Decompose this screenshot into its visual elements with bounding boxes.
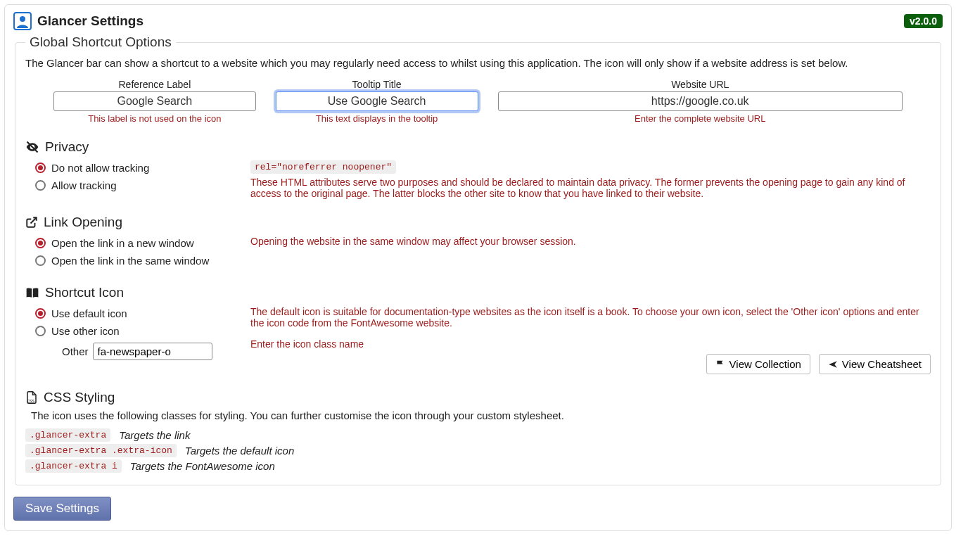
- radio-icon: [35, 255, 46, 266]
- reference-label: Reference Label: [53, 79, 256, 90]
- css-file-icon: CSS: [25, 390, 38, 405]
- radio-new-window[interactable]: Open the link in a new window: [35, 234, 236, 252]
- radio-same-window[interactable]: Open the link in the same window: [35, 252, 236, 269]
- privacy-heading: Privacy: [25, 139, 931, 155]
- tooltip-label: Tooltip Title: [276, 79, 478, 90]
- view-collection-button[interactable]: View Collection: [706, 354, 810, 374]
- privacy-note: These HTML attributes serve two purposes…: [250, 177, 931, 199]
- css-row: .glancer-extra .extra-icon Targets the d…: [25, 444, 931, 457]
- global-shortcut-fieldset: Global Shortcut Options The Glancer bar …: [15, 34, 941, 485]
- svg-line-3: [31, 217, 37, 223]
- radio-no-tracking[interactable]: Do not allow tracking: [35, 159, 236, 177]
- shortcut-icon-note: The default icon is suitable for documen…: [250, 306, 931, 329]
- book-icon: [25, 286, 39, 299]
- page-title: Glancer Settings: [37, 13, 144, 29]
- radio-icon: [35, 238, 46, 248]
- css-row: .glancer-extra Targets the link: [25, 428, 931, 442]
- radio-other-icon[interactable]: Use other icon: [35, 322, 236, 340]
- link-opening-heading: Link Opening: [25, 215, 931, 230]
- css-description: The icon uses the following classes for …: [31, 409, 931, 421]
- radio-allow-tracking[interactable]: Allow tracking: [35, 177, 236, 194]
- reference-input[interactable]: [53, 91, 256, 111]
- link-opening-note: Opening the website in the same window m…: [250, 234, 931, 247]
- radio-icon: [35, 326, 46, 336]
- url-hint: Enter the complete website URL: [498, 113, 903, 124]
- svg-point-1: [20, 16, 25, 22]
- url-label: Website URL: [498, 79, 903, 90]
- radio-icon: [35, 163, 46, 173]
- save-settings-button[interactable]: Save Settings: [13, 497, 111, 521]
- eye-slash-icon: [25, 140, 39, 154]
- flag-icon: [715, 359, 725, 369]
- tooltip-input[interactable]: [276, 91, 478, 111]
- radio-default-icon[interactable]: Use default icon: [35, 305, 236, 322]
- panel-header: Glancer Settings v2.0.0: [13, 12, 943, 30]
- external-link-icon: [25, 216, 38, 229]
- url-input[interactable]: [498, 91, 903, 111]
- css-styling-heading: CSS CSS Styling: [25, 390, 931, 405]
- view-cheatsheet-button[interactable]: View Cheatsheet: [819, 354, 931, 374]
- other-label: Other: [62, 345, 89, 357]
- radio-icon: [35, 308, 46, 319]
- reference-hint: This label is not used on the icon: [53, 113, 256, 124]
- svg-text:CSS: CSS: [27, 399, 34, 403]
- radio-icon: [35, 180, 46, 191]
- tooltip-hint: This text displays in the tooltip: [276, 113, 478, 124]
- other-icon-input[interactable]: [93, 343, 212, 360]
- version-badge: v2.0.0: [904, 14, 943, 28]
- shortcut-icon-heading: Shortcut Icon: [25, 285, 931, 300]
- intro-text: The Glancer bar can show a shortcut to a…: [25, 57, 931, 69]
- fieldset-legend: Global Shortcut Options: [25, 34, 176, 50]
- css-row: .glancer-extra i Targets the FontAwesome…: [25, 459, 931, 473]
- glancer-logo-icon: [13, 12, 32, 30]
- settings-panel: Glancer Settings v2.0.0 Global Shortcut …: [4, 4, 952, 531]
- icon-class-note: Enter the icon class name: [250, 338, 931, 350]
- plane-icon: [828, 359, 838, 369]
- rel-code: rel="noreferrer noopener": [250, 160, 396, 174]
